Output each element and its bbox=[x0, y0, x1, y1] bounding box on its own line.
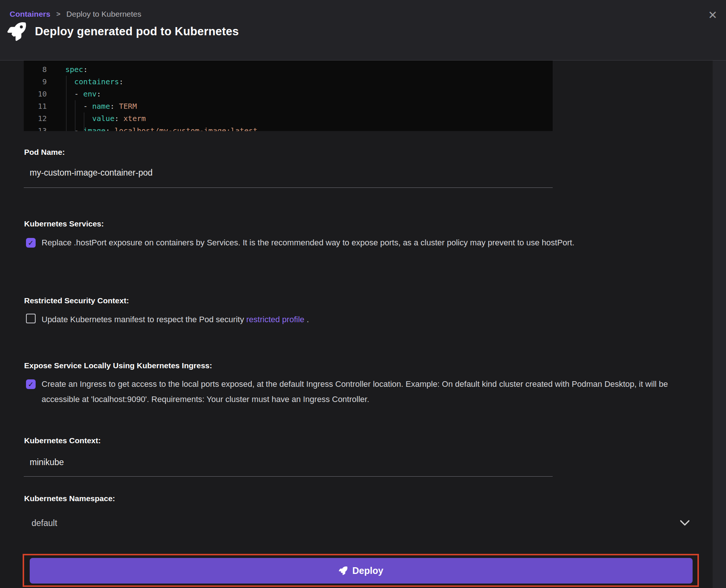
services-label: Kubernetes Services: bbox=[24, 219, 104, 228]
pod-name-input[interactable]: my-custom-image-container-pod bbox=[30, 168, 153, 178]
restricted-profile-link[interactable]: restricted profile bbox=[246, 315, 305, 324]
chevron-down-icon[interactable] bbox=[679, 519, 690, 527]
deploy-button[interactable]: Deploy bbox=[30, 558, 693, 584]
code-line-13-clipped: 13 - image: localhost/my-custom-image:la… bbox=[24, 125, 553, 131]
namespace-select[interactable]: default bbox=[32, 518, 57, 528]
breadcrumb-separator: > bbox=[56, 10, 61, 18]
ingress-description: Create an Ingress to get access to the l… bbox=[42, 376, 680, 407]
restricted-text: Update Kubernetes manifest to respect th… bbox=[42, 315, 246, 324]
breadcrumb-link-containers[interactable]: Containers bbox=[10, 10, 50, 19]
pod-name-label: Pod Name: bbox=[24, 148, 65, 157]
ingress-label: Expose Service Locally Using Kubernetes … bbox=[24, 361, 212, 370]
context-label: Kubernetes Context: bbox=[24, 436, 101, 445]
yaml-editor[interactable]: 8spec: 9 containers: 10 - env: 11 - name… bbox=[24, 61, 553, 131]
deploy-button-label: Deploy bbox=[352, 565, 383, 576]
namespace-label: Kubernetes Namespace: bbox=[24, 494, 115, 503]
services-description: Replace .hostPort exposure on containers… bbox=[42, 235, 674, 250]
page-title: Deploy generated pod to Kubernetes bbox=[35, 25, 239, 38]
code-line-12: 12 value: xterm bbox=[24, 112, 553, 125]
breadcrumb: Containers > Deploy to Kubernetes bbox=[10, 10, 141, 19]
code-line-10: 10 - env: bbox=[24, 88, 553, 100]
pod-name-underline bbox=[24, 187, 553, 188]
code-line-9: 9 containers: bbox=[24, 76, 553, 88]
restricted-text-end: . bbox=[304, 315, 309, 324]
rocket-icon bbox=[339, 566, 347, 575]
context-input[interactable]: minikube bbox=[30, 457, 64, 467]
code-line-8: 8spec: bbox=[24, 63, 553, 76]
indent-guide bbox=[66, 76, 66, 131]
restricted-description: Update Kubernetes manifest to respect th… bbox=[42, 312, 680, 327]
breadcrumb-current: Deploy to Kubernetes bbox=[66, 10, 141, 19]
code-line-11: 11 - name: TERM bbox=[24, 100, 553, 112]
rocket-icon bbox=[7, 22, 26, 41]
close-icon[interactable]: ✕ bbox=[705, 7, 720, 22]
restricted-label: Restricted Security Context: bbox=[24, 296, 129, 305]
context-underline bbox=[24, 476, 553, 477]
check-icon: ✓ bbox=[28, 380, 34, 389]
dialog-header: Containers > Deploy to Kubernetes ✕ Depl… bbox=[0, 0, 726, 61]
indent-guide bbox=[75, 100, 75, 131]
ingress-checkbox[interactable]: ✓ bbox=[26, 379, 36, 389]
services-checkbox[interactable]: ✓ bbox=[26, 238, 36, 248]
check-icon: ✓ bbox=[28, 239, 34, 247]
indent-guide bbox=[84, 112, 84, 131]
scrollbar-track[interactable] bbox=[713, 61, 726, 588]
restricted-checkbox[interactable] bbox=[26, 314, 36, 323]
